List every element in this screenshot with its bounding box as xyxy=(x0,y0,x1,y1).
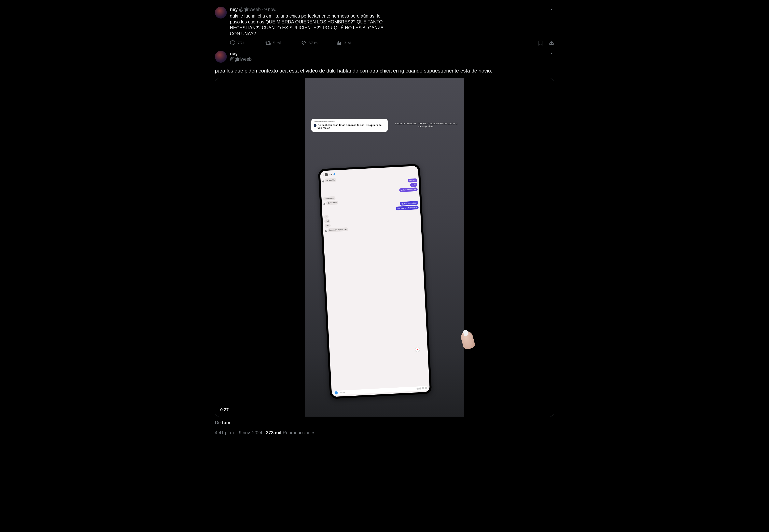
display-name[interactable]: ney xyxy=(230,7,238,12)
chat-message: que onda ya esta señal no? xyxy=(396,206,419,210)
view-count: 3 M xyxy=(344,41,351,45)
tweet-metadata: 4:41 p. m. · 9 nov. 2024 · 373 mil Repro… xyxy=(215,430,554,435)
verified-badge-icon xyxy=(333,173,335,175)
tiktok-comment-overlay: Respondo al comentario de Re flashean es… xyxy=(311,119,388,132)
camera-icon xyxy=(334,391,338,395)
video-media[interactable]: Respondo al comentario de Re flashean es… xyxy=(215,78,554,417)
contact-name: duki xyxy=(329,173,332,175)
input-placeholder: Message... xyxy=(339,388,416,393)
video-frame: Respondo al comentario de Re flashean es… xyxy=(305,78,464,417)
responding-label: Respondo al comentario de xyxy=(314,121,386,123)
message-input: Message... xyxy=(333,386,428,395)
retweet-button[interactable]: 5 mil xyxy=(265,40,301,46)
phone-mockup: ‹ duki ke porteñito duendee holaa ahi te… xyxy=(318,164,432,399)
separator-dot: · xyxy=(262,7,263,12)
analytics-icon xyxy=(336,40,342,46)
views-count: 373 mil xyxy=(266,430,281,435)
parent-tweet[interactable]: ney @girIweeb · 9 nov. ⋯ duki le fue inf… xyxy=(215,6,554,50)
chat-message: ahi te mande otra vez xyxy=(399,187,418,192)
chat-message: ke porteñito xyxy=(325,178,336,182)
tweet-header: ney @girIweeb · 9 nov. ⋯ xyxy=(230,7,554,12)
main-tweet: ney @girIweeb ⋯ para los que piden conte… xyxy=(215,50,554,435)
back-icon: ‹ xyxy=(322,173,324,176)
heart-reaction-icon: ❤ xyxy=(415,347,420,352)
chat-message: Porf xyxy=(324,219,330,223)
comment-text: Re flashean esas fotos son más falsas, n… xyxy=(318,124,386,129)
display-name[interactable]: ney xyxy=(230,51,251,56)
chat-message: holaa xyxy=(410,183,418,187)
tweet-body: ney @girIweeb · 9 nov. ⋯ duki le fue inf… xyxy=(230,7,554,46)
video-caption: pruebas de la supuesta "infidelidad" sac… xyxy=(394,122,458,128)
video-attribution[interactable]: De tom xyxy=(215,420,554,425)
chat-message: Toba ya ser unpikito mas xyxy=(327,227,348,232)
chat-message: Porf xyxy=(324,224,331,228)
views-label: Reproducciones xyxy=(283,430,315,435)
user-handle[interactable]: @girIweeb xyxy=(239,7,261,12)
share-icon[interactable] xyxy=(549,40,554,46)
tweet-text: duki le fue infiel a emilia, una chica p… xyxy=(230,13,386,37)
chat-message: Costas ajdks xyxy=(326,201,338,205)
analytics-button[interactable]: 3 M xyxy=(336,40,370,46)
timestamp[interactable]: 4:41 p. m. · 9 nov. 2024 xyxy=(215,430,262,435)
reply-button[interactable]: 751 xyxy=(230,40,265,46)
tweet-text: para los que piden contexto acá esta el … xyxy=(215,67,554,74)
tweet-actions: 751 5 mil 57 mil 3 M xyxy=(230,40,554,46)
contact-avatar xyxy=(325,173,328,176)
reply-count: 751 xyxy=(237,41,244,45)
chat-message: ajajajaja gracias bebé xyxy=(400,201,419,206)
chat-message: Si xyxy=(324,215,329,219)
heart-icon xyxy=(301,40,306,46)
avatar[interactable] xyxy=(215,7,227,19)
like-count: 57 mil xyxy=(308,41,319,45)
user-handle[interactable]: @girIweeb xyxy=(230,56,251,62)
tweet-thread: ney @girIweeb · 9 nov. ⋯ duki le fue inf… xyxy=(215,6,554,532)
hand-thumb xyxy=(460,330,476,350)
video-duration: 0:27 xyxy=(220,407,229,412)
tweet-header: ney @girIweeb ⋯ xyxy=(215,51,554,63)
retweet-count: 5 mil xyxy=(273,41,281,45)
bookmark-icon[interactable] xyxy=(538,40,543,46)
avatar[interactable] xyxy=(215,51,227,63)
reply-icon xyxy=(230,40,235,46)
commenter-avatar xyxy=(314,124,316,127)
chat-message: duendee xyxy=(408,178,417,182)
more-icon[interactable]: ⋯ xyxy=(549,7,554,12)
tweet-date[interactable]: 9 nov. xyxy=(264,7,276,12)
chat-message: LindonaRose xyxy=(323,196,335,201)
more-icon[interactable]: ⋯ xyxy=(549,51,554,56)
phone-screen: ‹ duki ke porteñito duendee holaa ahi te… xyxy=(320,166,430,397)
retweet-icon xyxy=(265,40,271,46)
like-button[interactable]: 57 mil xyxy=(301,40,336,46)
